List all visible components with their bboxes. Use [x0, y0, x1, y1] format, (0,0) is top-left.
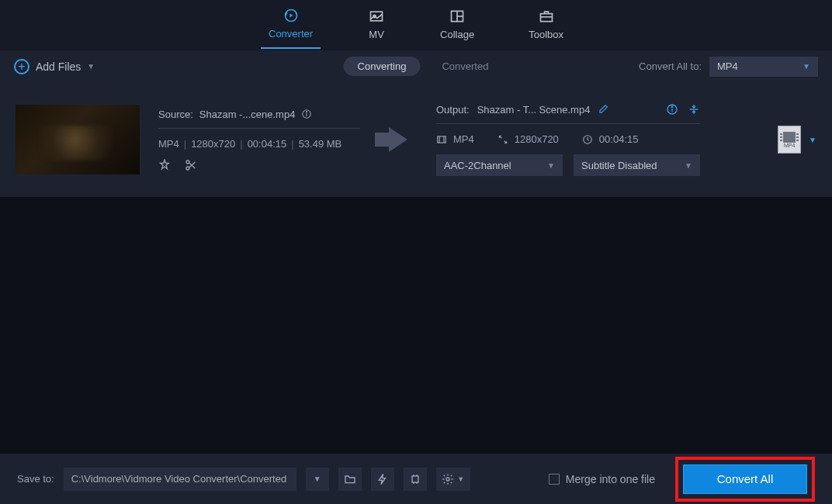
convert-all-label: Convert All to: [639, 60, 702, 72]
clock-icon [582, 134, 593, 145]
format-badge-label: MP4 [784, 143, 795, 148]
chevron-down-icon: ▼ [685, 161, 692, 170]
tab-label: Toolbox [529, 29, 563, 40]
top-tabs: Converter MV Collage Toolbox [0, 0, 832, 50]
source-size: 53.49 MB [299, 138, 342, 150]
mv-icon [367, 9, 386, 24]
convert-all-value: MP4 [717, 60, 738, 72]
svg-point-12 [186, 167, 189, 170]
settings-button[interactable]: ▼ [436, 468, 470, 491]
tab-converting[interactable]: Converting [344, 57, 421, 76]
output-prefix: Output: [436, 104, 470, 116]
source-info: Source: Shazam -...cene.mp4 MP4| 1280x72… [158, 109, 360, 171]
add-files-button[interactable]: + Add Files ▼ [14, 59, 95, 74]
hw-accel-button[interactable] [371, 468, 394, 491]
audio-value: AAC-2Channel [444, 160, 511, 171]
chevron-down-icon: ▼ [547, 161, 555, 170]
output-info: Output: Shazam - T... Scene.mp4 MP4 1280… [436, 103, 700, 176]
edit-icon[interactable] [598, 104, 608, 115]
tab-converter[interactable]: Converter [261, 2, 321, 49]
subtitle-value: Subtitle Disabled [581, 160, 657, 171]
open-folder-button[interactable] [338, 468, 362, 491]
output-container: MP4 [453, 133, 474, 145]
chevron-down-icon: ▼ [87, 62, 95, 71]
media-info-icon[interactable] [666, 103, 678, 116]
gear-icon [442, 473, 454, 485]
trim-icon[interactable] [185, 159, 197, 171]
footer-bar: Save to: C:\Vidmore\Vidmore Video Conver… [0, 453, 832, 504]
save-path-dropdown[interactable]: ▼ [306, 468, 329, 491]
file-row: Source: Shazam -...cene.mp4 MP4| 1280x72… [0, 82, 832, 197]
source-filename: Shazam -...cene.mp4 [199, 109, 296, 120]
source-prefix: Source: [158, 109, 193, 120]
subtitle-dropdown[interactable]: Subtitle Disabled ▼ [574, 154, 700, 176]
arrow-icon [379, 127, 418, 152]
tab-label: MV [369, 29, 384, 40]
merge-checkbox[interactable]: Merge into one file [549, 473, 655, 485]
tab-label: Converter [269, 28, 313, 40]
source-duration: 00:04:15 [248, 138, 287, 150]
output-filename: Shazam - T... Scene.mp4 [477, 104, 591, 116]
merge-label: Merge into one file [566, 473, 655, 485]
chevron-down-icon: ▼ [457, 475, 464, 483]
convert-all-dropdown[interactable]: MP4 ▼ [709, 57, 818, 77]
resolution-icon [497, 134, 508, 145]
plus-icon: + [14, 59, 29, 74]
converter-icon [282, 8, 300, 23]
info-icon[interactable] [301, 109, 312, 119]
save-path: C:\Vidmore\Vidmore Video Converter\Conve… [64, 468, 296, 491]
source-stats: MP4| 1280x720| 00:04:15| 53.49 MB [158, 138, 360, 150]
svg-point-11 [186, 161, 189, 164]
tab-converted[interactable]: Converted [442, 60, 488, 72]
format-badge-icon: MP4 [778, 126, 801, 154]
chip-icon [409, 473, 421, 485]
svg-line-14 [189, 162, 195, 167]
tab-mv[interactable]: MV [359, 2, 393, 48]
gpu-accel-button[interactable] [404, 468, 427, 491]
effects-icon[interactable] [158, 159, 171, 171]
chevron-down-icon: ▼ [809, 136, 816, 144]
compress-icon[interactable] [688, 103, 700, 116]
tab-toolbox[interactable]: Toolbox [521, 2, 571, 48]
svg-rect-23 [412, 476, 418, 482]
video-thumbnail[interactable] [16, 105, 140, 174]
status-toggle: Converting Converted [344, 57, 489, 76]
svg-point-28 [446, 478, 449, 481]
collage-icon [448, 9, 466, 24]
add-files-label: Add Files [36, 60, 81, 73]
tab-label: Collage [440, 29, 474, 40]
output-duration: 00:04:15 [599, 133, 639, 145]
svg-rect-19 [438, 136, 446, 142]
folder-icon [344, 473, 356, 485]
format-selector[interactable]: MP4 ▼ [778, 126, 816, 154]
checkbox-icon [549, 474, 560, 485]
source-container: MP4 [158, 138, 179, 150]
source-resolution: 1280x720 [191, 138, 235, 150]
convert-all-to: Convert All to: MP4 ▼ [639, 57, 818, 77]
chevron-down-icon: ▼ [803, 62, 810, 71]
svg-line-13 [189, 163, 195, 168]
chevron-down-icon: ▼ [314, 475, 321, 483]
svg-point-10 [307, 112, 307, 112]
tab-collage[interactable]: Collage [432, 2, 482, 48]
save-to-label: Save to: [17, 473, 54, 485]
audio-dropdown[interactable]: AAC-2Channel ▼ [436, 154, 563, 176]
svg-point-17 [671, 106, 672, 107]
video-icon [436, 134, 447, 145]
file-list: Source: Shazam -...cene.mp4 MP4| 1280x72… [0, 82, 832, 453]
output-resolution: 1280x720 [515, 133, 559, 145]
convert-highlight: Convert All [675, 457, 815, 502]
toolbar: + Add Files ▼ Converting Converted Conve… [0, 50, 832, 82]
lightning-icon [376, 473, 389, 485]
convert-all-button[interactable]: Convert All [683, 464, 807, 494]
toolbox-icon [537, 9, 556, 24]
